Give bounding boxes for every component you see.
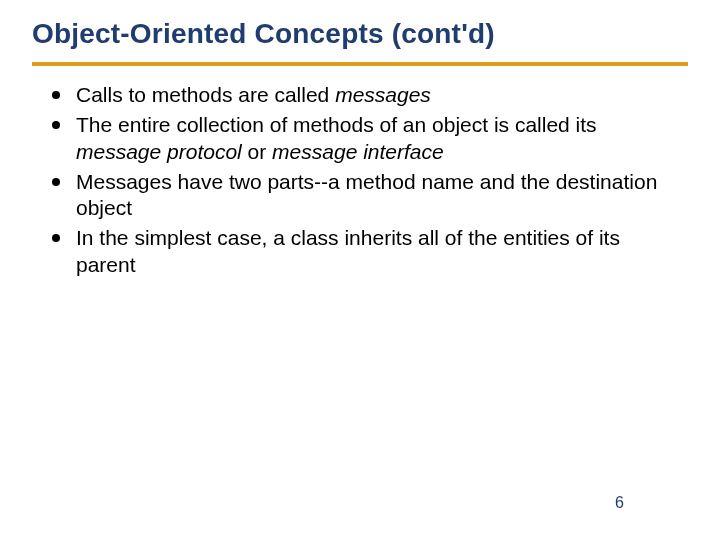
- slide: Object-Oriented Concepts (cont'd) Calls …: [0, 0, 720, 540]
- list-item: The entire collection of methods of an o…: [48, 112, 684, 165]
- bullet-text: In the simplest case, a class inherits a…: [76, 226, 620, 275]
- list-item: In the simplest case, a class inherits a…: [48, 225, 684, 278]
- bullet-text: Messages have two parts--a method name a…: [76, 170, 657, 219]
- page-number: 6: [615, 494, 624, 512]
- list-item: Calls to methods are called messages: [48, 82, 684, 108]
- title-underline: [32, 62, 688, 66]
- bullet-text: Calls to methods are called: [76, 83, 335, 106]
- list-item: Messages have two parts--a method name a…: [48, 169, 684, 222]
- bullet-list: Calls to methods are called messages The…: [30, 82, 690, 278]
- bullet-text: The entire collection of methods of an o…: [76, 113, 597, 136]
- slide-title: Object-Oriented Concepts (cont'd): [30, 18, 690, 62]
- bullet-emphasis: message protocol: [76, 140, 242, 163]
- bullet-text: or: [242, 140, 272, 163]
- bullet-emphasis: messages: [335, 83, 431, 106]
- bullet-emphasis: message interface: [272, 140, 444, 163]
